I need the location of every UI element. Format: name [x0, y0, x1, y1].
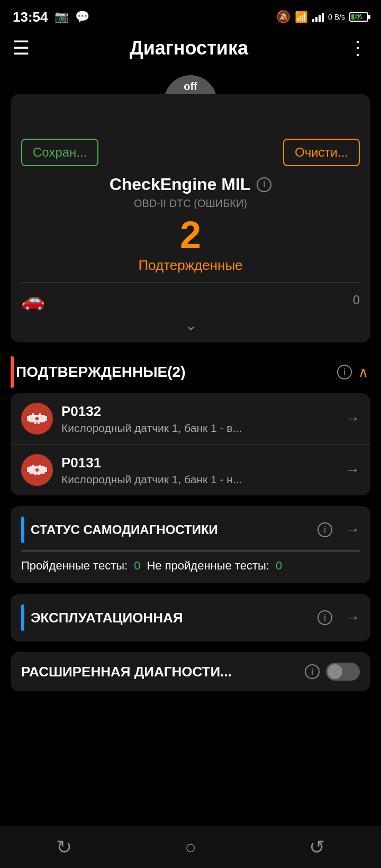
self-diag-header: СТАТУС САМОДИАГНОСТИКИ i →	[11, 506, 370, 550]
failed-label: Не пройденные тесты:	[147, 559, 269, 573]
confirmed-collapse-icon[interactable]: ∧	[358, 364, 368, 381]
svg-rect-20	[27, 467, 30, 472]
error-p0131-code: P0131	[61, 455, 337, 471]
engine-error-icon-1	[27, 412, 47, 425]
svg-rect-14	[34, 422, 37, 424]
operational-info-icon[interactable]: i	[318, 610, 332, 625]
svg-rect-12	[27, 416, 30, 421]
operational-accent-bar	[21, 604, 24, 631]
error-item-p0132[interactable]: P0132 Кислородный датчик 1, банк 1 - в..…	[11, 393, 370, 445]
self-diag-title: СТАТУС САМОДИАГНОСТИКИ	[31, 522, 311, 537]
extended-diag-card: РАСШИРЕННАЯ ДИАГНОСТИ... i	[11, 652, 370, 691]
svg-rect-22	[34, 473, 37, 475]
more-options-icon[interactable]: ⋮	[348, 37, 368, 59]
signal-icon	[312, 12, 324, 22]
data-speed: 0 B/s	[328, 13, 345, 21]
car-icon: 🚗	[21, 289, 45, 311]
confirmed-section-header: ПОДТВЕРЖДЕННЫЕ(2) i ∧	[11, 353, 370, 391]
page-title: Диагностика	[130, 37, 248, 59]
car-count: 0	[353, 293, 360, 308]
whatsapp-icon: 💬	[75, 10, 89, 24]
self-diag-arrow-icon[interactable]: →	[345, 521, 360, 538]
engine-error-icon-2	[27, 464, 47, 476]
extended-info-icon[interactable]: i	[305, 664, 320, 679]
error-p0132-desc: Кислородный датчик 1, банк 1 - в...	[61, 422, 337, 435]
self-diag-accent-bar	[21, 517, 24, 543]
error-list-card: P0132 Кислородный датчик 1, банк 1 - в..…	[11, 393, 370, 495]
confirmed-info-icon[interactable]: i	[337, 365, 352, 379]
self-diag-stats: Пройденные тесты: 0 Не пройденные тесты:…	[11, 559, 370, 583]
error-p0132-code: P0132	[61, 403, 337, 420]
svg-rect-10	[32, 413, 34, 416]
extended-diag-title: РАСШИРЕННАЯ ДИАГНОСТИ...	[21, 664, 298, 680]
confirmed-header: ПОДТВЕРЖДЕННЫЕ(2) i ∧	[14, 353, 370, 391]
confirmed-label: Подтержденные	[21, 257, 360, 274]
engine-off-label: off	[178, 79, 203, 94]
check-engine-title: CheckEngine MIL	[110, 175, 251, 194]
time-display: 13:54	[13, 9, 48, 25]
svg-rect-21	[44, 467, 47, 472]
svg-rect-15	[38, 422, 40, 424]
svg-rect-11	[39, 413, 41, 416]
operational-card[interactable]: ЭКСПЛУАТАЦИОННАЯ i →	[11, 594, 370, 641]
status-icons-area: 🔕 📶 0 B/s 62	[276, 10, 368, 24]
error-p0132-text: P0132 Кислородный датчик 1, банк 1 - в..…	[61, 403, 337, 435]
card-action-row: Сохран... Очисти...	[21, 139, 360, 166]
nav-back-button[interactable]: ↻	[40, 831, 88, 864]
bottom-nav: ↻ ○ ↺	[0, 826, 381, 868]
passed-label: Пройденные тесты:	[21, 559, 128, 573]
sim-icon: 📷	[55, 10, 69, 24]
error-p0132-icon	[21, 403, 53, 435]
save-button[interactable]: Сохран...	[21, 139, 98, 166]
confirmed-section-title: ПОДТВЕРЖДЕННЫЕ(2)	[16, 364, 331, 381]
error-item-p0131[interactable]: P0131 Кислородный датчик 1, банк 1 - н..…	[11, 445, 370, 495]
svg-rect-13	[44, 416, 47, 421]
self-diag-info-icon[interactable]: i	[318, 522, 332, 537]
error-p0131-desc: Кислородный датчик 1, банк 1 - н...	[61, 473, 337, 486]
svg-point-24	[35, 468, 39, 472]
bell-mute-icon: 🔕	[276, 10, 291, 24]
hamburger-menu-icon[interactable]: ☰	[13, 37, 30, 59]
card-bottom-row: 🚗 0	[21, 282, 360, 311]
obd-subtitle: OBD-II DTC (ОШИБКИ)	[21, 197, 360, 210]
failed-count: 0	[276, 559, 282, 573]
operational-title: ЭКСПЛУАТАЦИОННАЯ	[31, 610, 311, 626]
extended-toggle[interactable]	[326, 663, 360, 681]
self-diagnostic-card: СТАТУС САМОДИАГНОСТИКИ i → Пройденные те…	[11, 506, 370, 583]
check-engine-title-row: CheckEngine MIL i	[21, 175, 360, 194]
check-engine-section: off Сохран... Очисти... CheckEngine MIL …	[11, 94, 370, 342]
main-content: off Сохран... Очисти... CheckEngine MIL …	[0, 94, 381, 712]
passed-count: 0	[134, 559, 140, 573]
check-engine-info-icon[interactable]: i	[257, 177, 271, 192]
expand-chevron-icon[interactable]: ⌄	[21, 317, 360, 334]
error-p0131-arrow-icon: →	[345, 462, 360, 478]
check-engine-card: Сохран... Очисти... CheckEngine MIL i OB…	[11, 94, 370, 342]
battery-indicator: 62	[349, 12, 368, 22]
wifi-icon: 📶	[295, 11, 308, 23]
clear-button[interactable]: Очисти...	[283, 139, 360, 166]
svg-rect-19	[39, 465, 41, 467]
error-count: 2	[21, 216, 360, 254]
error-p0131-icon	[21, 454, 53, 486]
svg-point-16	[35, 417, 39, 420]
error-p0132-arrow-icon: →	[345, 410, 360, 427]
svg-rect-18	[32, 465, 34, 467]
nav-home-button[interactable]: ○	[169, 831, 212, 864]
error-p0131-text: P0131 Кислородный датчик 1, банк 1 - н..…	[61, 455, 337, 486]
status-bar: 13:54 📷 💬 🔕 📶 0 B/s 62	[0, 0, 381, 32]
top-bar: ☰ Диагностика ⋮	[0, 32, 381, 68]
self-diag-divider	[21, 550, 360, 551]
svg-rect-23	[38, 473, 40, 475]
nav-recent-button[interactable]: ↺	[293, 831, 341, 864]
operational-arrow-icon[interactable]: →	[345, 609, 360, 626]
status-time-area: 13:54 📷 💬	[13, 9, 89, 25]
